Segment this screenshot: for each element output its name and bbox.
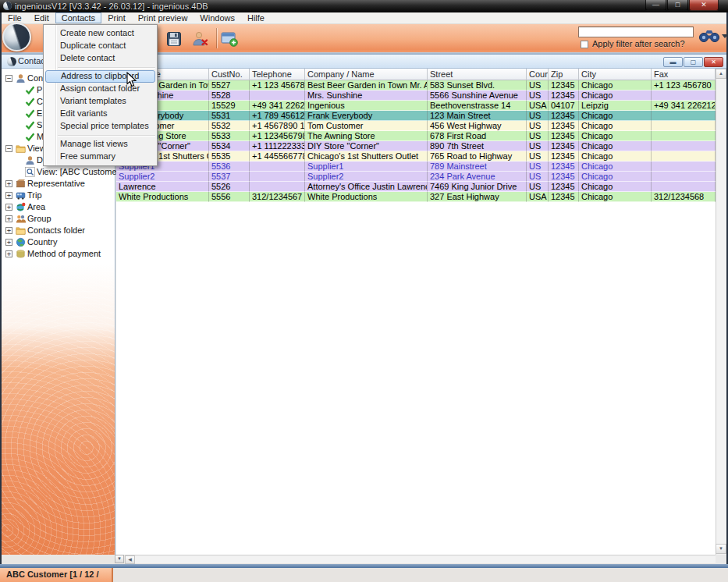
contacts-menu-popup: Create new contactDuplicate contactDelet… [43,24,158,166]
menu-item-address-to-clipboard[interactable]: Address to clipboard [45,70,155,83]
menu-item-special-price-templates[interactable]: Special price templates [44,120,157,133]
scrollbar-corner [716,555,726,564]
cell-zip: 12345 [549,121,579,131]
menu-item-variant-templates[interactable]: Variant templates [44,95,157,108]
menu-item-create-new-contact[interactable]: Create new contact [44,27,157,40]
sidebar-item-view-abc-customer[interactable]: View: [ABC Customer] [2,166,115,178]
child-maximize-button[interactable]: ▢ [684,57,703,67]
column-header-telephone[interactable]: Telephone [250,69,305,80]
sidebar-item-area[interactable]: +Area [2,201,115,213]
scroll-down-button[interactable]: ▼ [716,544,726,554]
app-window: ingeniousV12 [V3.3.42 - 26.03.12] - inge… [0,0,728,582]
cell-telephone: +1 111222333 [250,141,305,151]
apply-filter-checkbox[interactable] [581,41,588,48]
sidebar-item-method-of-payment[interactable]: +Method of payment [2,248,115,260]
expand-icon[interactable]: + [5,204,12,211]
person-icon [16,73,26,83]
search-input[interactable] [578,27,694,37]
menubar-item-contacts[interactable]: Contacts [55,12,101,23]
expand-icon[interactable]: + [5,250,12,257]
cell-fax: +49 341 2262120 [652,101,716,111]
window-minimize-button[interactable]: — [645,0,666,11]
binoculars-icon[interactable] [698,29,720,44]
toolbar-separator [216,28,217,48]
save-icon[interactable] [166,31,182,48]
menubar-item-edit[interactable]: Edit [28,12,55,23]
sidebar-item-label: Method of payment [27,249,101,259]
table-row[interactable]: Chicago's 1st Shutters Outlet5535+1 4455… [116,151,716,161]
expand-icon[interactable]: + [5,239,12,246]
expand-icon[interactable]: + [5,192,12,199]
menubar-item-file[interactable]: File [2,12,28,23]
cell-street: 456 West Highway [428,121,527,131]
delete-contact-icon[interactable] [192,31,209,48]
cell-custno: 5536 [209,161,250,172]
column-header-fax[interactable]: Fax [652,69,716,80]
expand-icon[interactable]: + [5,215,12,222]
sidebar-item-country[interactable]: +Country [2,236,115,248]
cell-telephone [250,172,305,182]
cell-country: US [527,111,549,121]
new-window-icon[interactable] [221,31,238,48]
group-icon [16,214,26,224]
table-row[interactable]: Frank Everybody5531+1 789 4561230Frank E… [116,111,716,121]
column-header-zip[interactable]: Zip [549,69,579,80]
menubar-item-hilfe[interactable]: Hilfe [241,12,271,23]
menubar-item-print[interactable]: Print [101,12,132,23]
table-row[interactable]: Best Beer Garden in Town M5527+1 123 456… [116,80,716,90]
menubar-item-print-preview[interactable]: Print preview [132,12,194,23]
table-row[interactable]: Supplier25537Supplier2234 Park AvenueUS1… [116,172,716,182]
expand-icon[interactable]: + [5,227,12,234]
sidebar-item-label: Group [27,214,51,224]
collapse-icon[interactable]: − [5,75,12,82]
sidebar-item-contacts-folder[interactable]: +Contacts folder [2,225,115,236]
menu-item-delete-contact[interactable]: Delete contact [44,52,157,65]
column-header-company-name[interactable]: Company / Name [305,69,428,80]
table-row[interactable]: Mrs. Sunshine5528Mrs. Sunshine5566 Sunsh… [116,90,716,101]
status-tab[interactable]: ABC Customer [1 / 12 / 12] [0,568,113,582]
table-row[interactable]: White Productions5556312/1234567White Pr… [116,192,716,202]
sidebar-scroll-down-button[interactable]: ▼ [115,555,124,563]
sidebar-item-representative[interactable]: +Representative [2,178,115,190]
cell-custno: 5537 [209,172,250,182]
column-header-custno[interactable]: CustNo. [209,69,250,80]
menu-item-manage-list-views[interactable]: Manage list views [44,138,157,151]
table-row[interactable]: Supplier15536Supplier1789 MainstreetUS12… [116,161,716,172]
search-options-caret-icon[interactable] [722,34,728,38]
cell-country: USA [527,101,549,111]
cell-custno: 5527 [209,80,250,90]
collapse-icon[interactable]: − [5,145,12,152]
menubar-item-windows[interactable]: Windows [194,12,241,23]
table-row[interactable]: The Awning Store5533+1 123456798The Awni… [116,131,716,141]
menu-item-duplicate-contact[interactable]: Duplicate contact [44,40,157,52]
vertical-scrollbar[interactable]: ▲ ▼ [716,69,726,555]
menu-item-assign-contact-folder[interactable]: Assign contact folder [44,83,157,95]
cell-matchcode: Lawrence [116,182,209,192]
table-row[interactable]: Lawrence5526Attorney's Office Justin Law… [116,182,716,192]
column-header-city[interactable]: City [579,69,652,80]
menu-item-edit-variants[interactable]: Edit variants [44,108,157,120]
cell-country: US [527,161,549,172]
menu-item-free-summary[interactable]: Free summary [44,151,157,163]
table-row[interactable]: Tom Customer5532+1 4567890 123Tom Custom… [116,121,716,131]
horizontal-scrollbar[interactable]: ◀ [125,555,716,563]
cell-custno: 5532 [209,121,250,131]
window-close-button[interactable]: ✕ [689,0,719,11]
sidebar-item-label: S [37,120,42,130]
table-row[interactable]: 15529+49 341 226210IngeniousBeethovenstr… [116,101,716,111]
window-maximize-button[interactable]: □ [667,0,688,11]
sidebar-item-trip[interactable]: +Trip [2,190,115,201]
expand-icon[interactable]: + [5,180,12,187]
table-row[interactable]: DIY Store "Corner"5534+1 111222333DIY St… [116,141,716,151]
cell-city: Chicago [579,80,652,90]
sidebar-item-group[interactable]: +Group [2,213,115,225]
cell-telephone [250,161,305,172]
scroll-left-button[interactable]: ◀ [125,555,135,564]
column-header-country[interactable]: Country [527,69,549,80]
column-header-street[interactable]: Street [428,69,527,80]
scroll-up-button[interactable]: ▲ [716,69,726,79]
child-close-button[interactable]: ✕ [704,57,723,67]
cell-company-name: Tom Customer [305,121,428,131]
child-minimize-button[interactable]: ▬ [663,57,683,67]
cell-street: 327 East Highway [428,192,527,202]
